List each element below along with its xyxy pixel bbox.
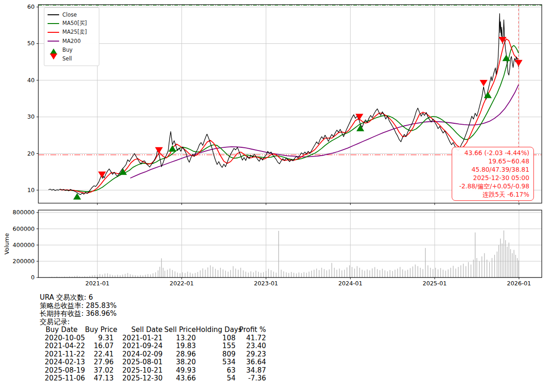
sell-marker bbox=[155, 147, 163, 154]
volume-bar bbox=[473, 259, 473, 277]
trade-cell: 108 bbox=[196, 334, 236, 343]
trade-cell: 2025-11-06 bbox=[40, 374, 85, 383]
volume-tick-label: 400000 bbox=[12, 241, 35, 248]
volume-bar bbox=[158, 271, 158, 277]
trade-col-header: Holding Days bbox=[196, 326, 236, 334]
volume-bar bbox=[503, 230, 504, 277]
volume-bar bbox=[245, 271, 246, 277]
volume-bar bbox=[230, 270, 231, 277]
volume-bar bbox=[319, 270, 319, 277]
close-line-swatch bbox=[48, 14, 59, 15]
trade-cell: 54 bbox=[196, 374, 236, 383]
volume-bar bbox=[291, 272, 291, 277]
trade-cell: 2021-04-22 bbox=[40, 342, 85, 350]
volume-bar bbox=[163, 268, 164, 277]
volume-bar bbox=[148, 274, 148, 277]
volume-bar bbox=[233, 266, 233, 277]
volume-bar bbox=[362, 270, 362, 277]
trade-cell: 155 bbox=[196, 342, 236, 350]
volume-bar bbox=[443, 270, 443, 277]
legend-item-ma200: MA200 bbox=[48, 36, 96, 45]
volume-bar bbox=[159, 267, 160, 277]
trade-cell: 28.96 bbox=[163, 350, 196, 359]
trade-cell: 2025-08-19 bbox=[40, 367, 85, 375]
trade-col-header: Sell Date bbox=[114, 326, 163, 334]
stats-block: URA 交易次数: 6 策略总收益率: 285.83% 长期持有收益: 368.… bbox=[40, 294, 266, 383]
volume-bar bbox=[385, 271, 385, 277]
volume-bar bbox=[400, 267, 400, 277]
volume-bar bbox=[440, 268, 441, 277]
volume-bar bbox=[423, 269, 423, 277]
volume-bar bbox=[364, 271, 365, 277]
volume-bar bbox=[321, 268, 322, 277]
volume-bar bbox=[430, 268, 430, 277]
annotation-price-line: 43.66 (-2.03 -4.44%) bbox=[456, 149, 529, 157]
trade-cell: 19.83 bbox=[163, 342, 196, 350]
annotation-date-line: 2025-12-30 05:00 bbox=[456, 174, 529, 182]
volume-bar bbox=[347, 267, 347, 277]
trade-cell: 41.72 bbox=[236, 334, 266, 343]
annotation-streak-line: 连跌5天 -6.17% bbox=[456, 190, 529, 199]
volume-bar bbox=[359, 268, 360, 277]
volume-bar bbox=[299, 272, 299, 277]
volume-bar bbox=[468, 262, 469, 277]
volume-bar bbox=[97, 275, 97, 277]
volume-bar bbox=[107, 273, 108, 277]
volume-bar bbox=[241, 268, 241, 277]
volume-bar bbox=[95, 275, 95, 277]
volume-bar bbox=[190, 272, 190, 277]
trade-cell: 43.66 bbox=[163, 374, 196, 383]
volume-bar bbox=[395, 270, 395, 277]
trade-row: 2021-11-2222.412024-02-0928.9680929.23 bbox=[40, 350, 266, 359]
volume-bar bbox=[236, 269, 236, 277]
volume-bar bbox=[448, 269, 448, 277]
trade-cell: 36.64 bbox=[236, 358, 266, 367]
volume-axis-label: Volume bbox=[3, 227, 10, 260]
volume-bar bbox=[205, 270, 206, 277]
volume-bar bbox=[110, 274, 110, 277]
trade-cell: 2024-02-13 bbox=[40, 358, 85, 367]
volume-bar bbox=[415, 265, 415, 277]
volume-bar bbox=[433, 269, 433, 277]
volume-bar bbox=[314, 270, 314, 277]
volume-bar bbox=[120, 275, 120, 277]
volume-bar bbox=[145, 275, 145, 277]
volume-bar bbox=[397, 269, 398, 277]
volume-bar bbox=[309, 271, 309, 277]
volume-bar bbox=[512, 253, 512, 277]
volume-bar bbox=[263, 272, 264, 277]
volume-bar bbox=[405, 271, 406, 277]
trade-cell: 29.23 bbox=[236, 350, 266, 359]
close-line bbox=[48, 13, 519, 194]
volume-bar bbox=[138, 276, 138, 277]
volume-bar bbox=[155, 272, 156, 277]
volume-bar bbox=[188, 271, 188, 277]
volume-bar bbox=[192, 274, 193, 277]
volume-bar bbox=[392, 271, 393, 277]
volume-bar bbox=[122, 275, 123, 277]
volume-bar bbox=[349, 265, 350, 277]
trade-cell: 2021-11-22 bbox=[40, 350, 85, 359]
date-tick-label: 2021-01 bbox=[85, 280, 109, 287]
volume-bar bbox=[133, 275, 133, 277]
legend: Close MA50[买] MA25[卖] MA200 Buy Sell bbox=[44, 7, 99, 66]
volume-bar bbox=[215, 269, 216, 277]
volume-bar bbox=[324, 269, 324, 277]
volume-bar bbox=[510, 249, 511, 277]
volume-bar bbox=[243, 271, 243, 277]
annotation-range-line: 19.65~60.48 bbox=[456, 157, 529, 165]
volume-bar bbox=[354, 269, 355, 277]
buy-marker bbox=[169, 145, 176, 151]
price-tick-label: 10 bbox=[27, 187, 35, 193]
trade-row: 2025-08-1937.022025-10-2149.936334.87 bbox=[40, 367, 266, 375]
legend-label: Sell bbox=[62, 55, 72, 62]
volume-bar bbox=[329, 269, 329, 277]
volume-bar bbox=[281, 270, 281, 277]
volume-bar bbox=[460, 265, 461, 277]
trade-cell: 49.93 bbox=[163, 367, 196, 375]
volume-bar bbox=[435, 268, 436, 277]
volume-bar bbox=[279, 231, 279, 277]
trade-cell: 534 bbox=[196, 358, 236, 367]
volume-tick-label: 0 bbox=[31, 274, 35, 281]
stat-strategy-return: 策略总收益率: 285.83% bbox=[40, 302, 266, 310]
